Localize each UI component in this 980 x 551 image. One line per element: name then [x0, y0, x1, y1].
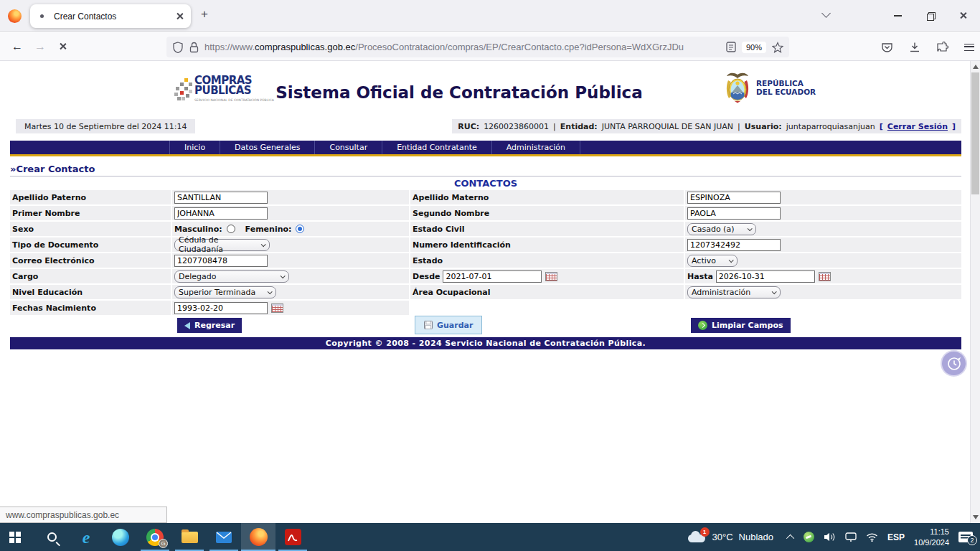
back-button[interactable]: ←	[6, 37, 29, 57]
taskbar-clock[interactable]: 11:15 10/9/2024	[914, 527, 949, 547]
browser-toolbar: ← → https://www.compraspublicas.gob.ec/P…	[0, 32, 980, 61]
clear-fields-icon	[698, 321, 707, 330]
logo-pixel-art-icon	[176, 87, 179, 90]
pocket-icon[interactable]	[881, 42, 893, 53]
restore-button[interactable]	[914, 0, 947, 32]
internet-explorer-icon: e	[83, 529, 90, 546]
femenino-label: Femenino:	[245, 225, 292, 234]
nivel-educacion-label: Nivel Educación	[10, 285, 172, 301]
site-footer: Copyright © 2008 - 2024 Servicio Naciona…	[10, 337, 961, 349]
language-indicator[interactable]: ESP	[887, 532, 905, 542]
select-chevron-icon	[281, 273, 286, 278]
taskbar-search-button[interactable]	[34, 523, 69, 551]
antivirus-tray-icon[interactable]	[804, 532, 814, 542]
scroll-up-icon[interactable]	[973, 65, 979, 69]
calendar-icon[interactable]	[271, 303, 283, 313]
mail-button[interactable]	[207, 523, 241, 551]
segundo-nombre-input[interactable]	[687, 207, 781, 220]
new-tab-button[interactable]: +	[201, 7, 208, 22]
separator: |	[553, 122, 556, 131]
zoom-level-indicator[interactable]: 90%	[742, 42, 766, 53]
calendar-icon[interactable]	[819, 272, 831, 281]
internet-explorer-button[interactable]: e	[69, 523, 103, 551]
window-close-button[interactable]	[947, 0, 980, 32]
regresar-button[interactable]: Regresar	[177, 318, 242, 333]
correo-input[interactable]	[174, 255, 268, 267]
start-button[interactable]	[0, 523, 34, 551]
hasta-input[interactable]	[716, 270, 815, 283]
masculino-radio[interactable]	[227, 225, 235, 233]
usuario-label: Usuario:	[745, 122, 782, 131]
nav-item-inicio[interactable]: Inicio	[169, 141, 220, 154]
firefox-button[interactable]	[241, 523, 275, 551]
chrome-button[interactable]: G	[138, 523, 172, 551]
firefox-icon	[250, 528, 268, 546]
nav-item-consultar[interactable]: Consultar	[315, 141, 382, 154]
apellido-materno-input[interactable]	[687, 192, 781, 204]
page-scrollbar[interactable]	[970, 61, 980, 523]
url-bar[interactable]: https://www.compraspublicas.gob.ec/Proce…	[166, 37, 789, 57]
notification-center-icon[interactable]: 2	[958, 532, 973, 542]
apellido-paterno-input[interactable]	[174, 192, 268, 204]
nav-item-administracion[interactable]: Administración	[492, 141, 580, 154]
downloads-icon[interactable]	[909, 42, 920, 53]
nivel-educacion-select[interactable]: Superior Terminada	[174, 286, 276, 298]
shield-icon[interactable]	[172, 42, 184, 53]
menu-hamburger-icon[interactable]	[964, 44, 974, 51]
cargo-select[interactable]: Delegado	[174, 270, 289, 283]
scroll-down-icon[interactable]	[973, 515, 979, 519]
tab-title: Crear Contactos	[54, 11, 176, 22]
cerrar-sesion-link[interactable]: Cerrar Sesión	[887, 122, 948, 131]
calendar-icon[interactable]	[545, 272, 557, 281]
select-chevron-icon	[772, 289, 777, 294]
ruc-value: 1260023860001	[484, 122, 549, 131]
primer-nombre-label: Primer Nombre	[10, 206, 172, 222]
acrobat-icon	[285, 529, 301, 545]
floating-clock-badge[interactable]	[941, 350, 967, 377]
windows-logo-icon	[9, 532, 14, 537]
area-ocupacional-select[interactable]: Administración	[687, 286, 781, 298]
weather-widget[interactable]: 1 30°C Nublado	[687, 531, 773, 543]
tipo-documento-select[interactable]: Cédula de Ciudadanía	[174, 239, 270, 251]
estado-select[interactable]: Activo	[687, 255, 738, 267]
tray-expand-chevron-icon[interactable]	[786, 534, 794, 542]
nav-item-entidad-contratante[interactable]: Entidad Contratante	[382, 141, 492, 154]
forward-button: →	[29, 37, 52, 57]
url-text[interactable]: https://www.compraspublicas.gob.ec/Proce…	[204, 42, 726, 52]
lock-icon[interactable]	[189, 42, 199, 53]
cast-display-icon[interactable]	[845, 532, 857, 542]
breadcrumb: »Crear Contacto	[10, 164, 95, 174]
session-info-bar: RUC: 1260023860001 | Entidad: JUNTA PARR…	[452, 119, 961, 133]
stop-button[interactable]	[52, 37, 75, 57]
wifi-icon[interactable]	[866, 533, 878, 542]
tab-close-icon[interactable]	[176, 12, 184, 20]
extensions-puzzle-icon[interactable]	[936, 42, 948, 53]
nav-item-datos-generales[interactable]: Datos Generales	[220, 141, 315, 154]
apellido-materno-label: Apellido Materno	[410, 190, 685, 206]
datetime-bar: Martes 10 de Septiembre del 2024 11:14	[16, 119, 195, 133]
desde-input[interactable]	[443, 270, 542, 283]
web-page: COMPRAS PUBLICAS SERVICIO NACIONAL DE CO…	[0, 61, 980, 523]
reader-view-icon[interactable]	[726, 42, 736, 52]
tipo-documento-label: Tipo de Documento	[10, 237, 172, 253]
gold-divider	[10, 154, 961, 156]
file-explorer-button[interactable]	[172, 523, 207, 551]
window-controls	[881, 0, 980, 32]
fechas-nacimiento-input[interactable]	[174, 302, 268, 314]
tab-list-chevron-icon[interactable]	[821, 9, 831, 18]
scrollbar-thumb[interactable]	[971, 72, 979, 194]
minimize-button[interactable]	[881, 0, 914, 32]
femenino-radio[interactable]	[296, 225, 304, 233]
acrobat-button[interactable]	[275, 523, 310, 551]
guardar-button[interactable]: Guardar	[415, 316, 482, 334]
sexo-label: Sexo	[10, 222, 172, 237]
limpiar-campos-button[interactable]: Limpiar Campos	[691, 318, 791, 333]
cargo-label: Cargo	[10, 269, 172, 285]
volume-icon[interactable]	[824, 532, 836, 542]
edge-button[interactable]	[103, 523, 138, 551]
primer-nombre-input[interactable]	[174, 207, 268, 220]
estado-civil-select[interactable]: Casado (a)	[687, 223, 756, 235]
numero-identificacion-input[interactable]	[687, 239, 781, 251]
browser-tab[interactable]: Crear Contactos	[30, 4, 191, 28]
bookmark-star-icon[interactable]	[772, 42, 783, 53]
